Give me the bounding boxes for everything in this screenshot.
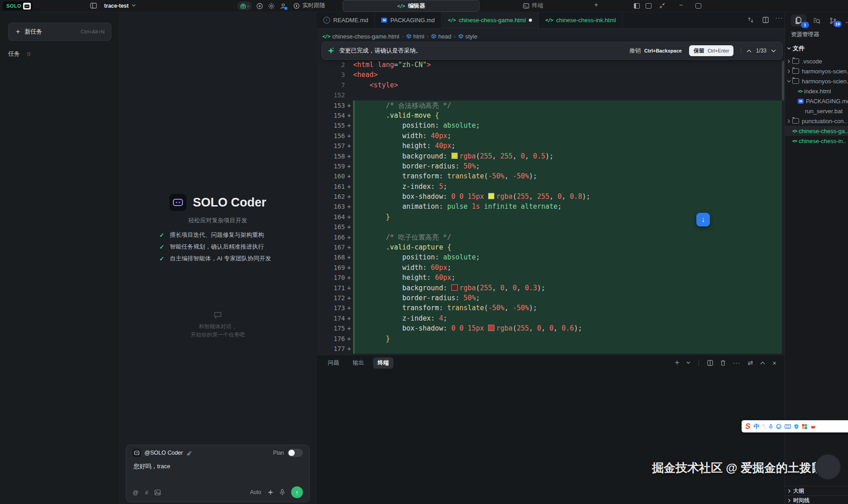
- agent-mention[interactable]: @SOLO Coder: [144, 450, 183, 456]
- code-line[interactable]: 168+ position: absolute;: [317, 252, 785, 262]
- ime-shield-icon[interactable]: [794, 424, 799, 429]
- file-tab-chinese-chess-ink.html[interactable]: </>chinese-chess-ink.html: [539, 12, 623, 28]
- ime-skin-icon[interactable]: [810, 424, 816, 429]
- layout-sidebar-icon[interactable]: [646, 3, 652, 9]
- model-auto-selector[interactable]: Auto: [250, 489, 261, 495]
- tree-item-chinese-chess-in..[interactable]: <>chinese-chess-in..: [785, 136, 848, 146]
- tree-item-harmonyos-scien..[interactable]: harmonyos-scien..: [785, 66, 848, 76]
- ime-emoji-icon[interactable]: [776, 424, 781, 429]
- code-line[interactable]: 165+: [317, 222, 785, 232]
- open-editors-tab[interactable]: 1: [791, 14, 806, 26]
- tools-icon[interactable]: [187, 450, 192, 456]
- close-panel-icon[interactable]: ×: [772, 359, 776, 367]
- breadcrumb-item[interactable]: html: [407, 33, 425, 40]
- ime-lang-chinese[interactable]: 中: [753, 422, 759, 431]
- code-line[interactable]: 167+ .valid-capture {: [317, 242, 785, 252]
- account-icon[interactable]: [280, 3, 287, 10]
- split-editor-icon[interactable]: [762, 17, 769, 23]
- code-line[interactable]: 159+ border-radius: 50%;: [317, 161, 785, 171]
- tab-editor[interactable]: </> 编辑器: [343, 0, 479, 12]
- code-line[interactable]: 152: [317, 90, 785, 100]
- code-line[interactable]: 177+: [317, 344, 785, 354]
- collapse-window-icon[interactable]: [659, 3, 665, 9]
- image-attach-icon[interactable]: [154, 490, 161, 495]
- file-tab-chinese-chess-game.html[interactable]: </>chinese-chess-game.html: [441, 12, 539, 28]
- new-tab-plus-icon[interactable]: +: [594, 1, 598, 9]
- hash-icon[interactable]: #: [145, 489, 148, 496]
- code-line[interactable]: 161+ z-index: 5;: [317, 182, 785, 192]
- code-line[interactable]: 171+ background: rgba(255, 0, 0, 0.3);: [317, 283, 785, 293]
- code-line[interactable]: 172+ border-radius: 50%;: [317, 293, 785, 303]
- send-button[interactable]: ↑: [291, 486, 303, 498]
- more-actions-icon[interactable]: ···: [775, 14, 783, 21]
- project-name[interactable]: trace-test: [104, 3, 129, 9]
- files-section-header[interactable]: 文件: [787, 44, 805, 53]
- restore-window-icon[interactable]: [695, 3, 701, 9]
- tree-item-punctuation-con..[interactable]: punctuation-con..: [785, 116, 848, 126]
- tree-item-.vscode[interactable]: .vscode: [785, 56, 848, 66]
- diff-compare-icon[interactable]: [747, 16, 754, 24]
- code-line[interactable]: 174+ z-index: 4;: [317, 313, 785, 323]
- file-tab-README.md[interactable]: iREADME.md: [317, 12, 375, 28]
- chat-message-input[interactable]: 您好吗，trace: [126, 461, 309, 472]
- sparkle-icon[interactable]: [268, 490, 273, 495]
- panel-more-icon[interactable]: ···: [733, 359, 741, 366]
- panel-tab-终端[interactable]: 终端: [373, 357, 393, 369]
- panel-tab-输出[interactable]: 输出: [348, 357, 369, 369]
- next-change-icon[interactable]: [771, 49, 776, 53]
- code-line[interactable]: 166+ /* 吃子位置高亮 */: [317, 232, 785, 242]
- ime-keyboard-icon[interactable]: [785, 424, 791, 429]
- breadcrumb[interactable]: </>chinese-chess-game.html›html›head›sty…: [322, 31, 477, 42]
- panel-overflow-chevron-icon[interactable]: ⌄: [845, 19, 848, 24]
- code-line[interactable]: 154+ .valid-move {: [317, 110, 785, 120]
- code-line[interactable]: 169+ width: 60px;: [317, 263, 785, 273]
- tab-live-follow[interactable]: 实时跟随: [293, 2, 325, 10]
- code-line[interactable]: 153+ /* 合法移动高亮 */: [317, 101, 785, 110]
- source-control-icon[interactable]: 19: [829, 17, 837, 24]
- code-line[interactable]: 164+ }: [317, 212, 785, 222]
- ime-punctuation-icon[interactable]: °,: [762, 424, 766, 429]
- tree-item-index.html[interactable]: <>index.html: [785, 86, 848, 96]
- section-时间线[interactable]: 时间线: [785, 495, 848, 504]
- code-line[interactable]: 2<html lang="zh-CN">: [317, 60, 785, 70]
- gift-button[interactable]: ›: [237, 1, 252, 10]
- tree-item-chinese-chess-ga..[interactable]: <>chinese-chess-ga..: [785, 126, 848, 136]
- mic-icon[interactable]: [280, 489, 285, 495]
- tree-item-harmonyos-scien..[interactable]: harmonyos-scien..: [785, 76, 848, 86]
- settings-gear-icon[interactable]: [268, 3, 275, 10]
- code-view[interactable]: 2<html lang="zh-CN">3<head>7 <style>1521…: [317, 60, 785, 354]
- solo-logo[interactable]: SOLO: [3, 1, 33, 10]
- file-tab-PACKAGING.md[interactable]: MPACKAGING.md: [375, 12, 441, 28]
- new-task-button[interactable]: + 新任务 Ctrl+Alt+N: [8, 23, 111, 41]
- project-chevron-down-icon[interactable]: [132, 4, 136, 7]
- terminal-dropdown-icon[interactable]: [686, 361, 690, 364]
- code-line[interactable]: 3<head>: [317, 70, 785, 80]
- ime-toolbox-icon[interactable]: [802, 424, 807, 429]
- split-terminal-icon[interactable]: [707, 360, 713, 366]
- code-line[interactable]: 163+ animation: pulse 1s infinite altern…: [317, 202, 785, 211]
- panel-switch-icon[interactable]: ⇄: [748, 359, 753, 366]
- code-line[interactable]: 7 <style>: [317, 80, 785, 90]
- search-icon[interactable]: [813, 17, 820, 24]
- code-line[interactable]: 157+ height: 40px;: [317, 141, 785, 151]
- code-line[interactable]: 155+ position: absolute;: [317, 120, 785, 130]
- scroll-download-button[interactable]: ↓: [696, 213, 710, 226]
- layout-panel-icon[interactable]: [634, 3, 640, 9]
- code-line[interactable]: 158+ background: rgba(255, 255, 0, 0.5);: [317, 151, 785, 161]
- breadcrumb-item[interactable]: head: [431, 33, 451, 40]
- ime-mic-icon[interactable]: [769, 424, 773, 429]
- code-line[interactable]: 156+ width: 40px;: [317, 131, 785, 141]
- breadcrumb-item[interactable]: </>chinese-chess-game.html: [322, 33, 399, 40]
- panel-tab-问题[interactable]: 问题: [323, 357, 344, 369]
- code-line[interactable]: 162+ box-shadow: 0 0 15px rgba(255, 255,…: [317, 192, 785, 202]
- code-line[interactable]: 173+ transform: translate(-50%, -50%);: [317, 303, 785, 313]
- breadcrumb-item[interactable]: style: [459, 33, 478, 40]
- plan-toggle[interactable]: [287, 449, 303, 457]
- keep-button[interactable]: 保留 Ctrl+Enter: [689, 45, 734, 56]
- editor-scrollbar[interactable]: [782, 61, 784, 101]
- code-line[interactable]: 176+ }: [317, 334, 785, 344]
- prev-change-icon[interactable]: [747, 49, 752, 53]
- code-line[interactable]: 160+ transform: translate(-50%, -50%);: [317, 171, 785, 181]
- tab-terminal-top[interactable]: 终端: [523, 2, 543, 10]
- trash-icon[interactable]: [720, 360, 726, 366]
